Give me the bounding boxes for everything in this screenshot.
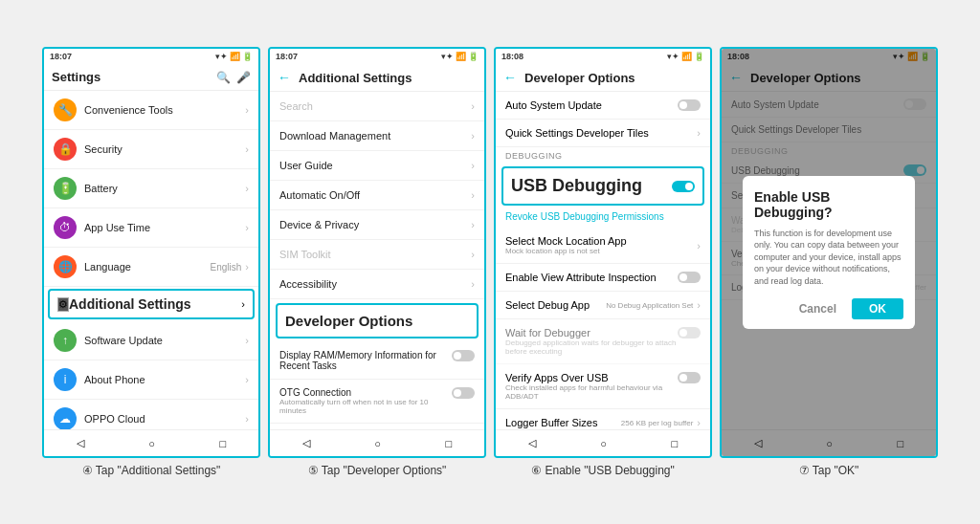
chevron-icon: › bbox=[245, 104, 249, 116]
signal-icon: 📶 bbox=[681, 52, 692, 61]
debug-app-value: No Debug Application Set bbox=[606, 301, 693, 310]
back-button-3[interactable]: ← bbox=[503, 70, 517, 85]
item-label: Security bbox=[84, 143, 245, 155]
signal-icon: 📶 bbox=[230, 52, 240, 61]
mock-location-item[interactable]: Select Mock Location App Mock location a… bbox=[496, 228, 710, 264]
verify-apps-toggle[interactable] bbox=[678, 372, 701, 383]
home-nav[interactable]: ○ bbox=[148, 438, 155, 449]
sim-toolkit-item[interactable]: SIM Toolkit › bbox=[270, 240, 484, 270]
auto-update-label: Auto System Update bbox=[505, 99, 678, 111]
cancel-button[interactable]: Cancel bbox=[784, 298, 852, 319]
status-icons-3: ▾✦ 📶 🔋 bbox=[667, 52, 704, 61]
auto-onoff-item[interactable]: Automatic On/Off › bbox=[270, 181, 484, 210]
screen2: 18:07 ▾✦ 📶 🔋 ← Additional Settings Searc… bbox=[268, 47, 486, 458]
ok-button[interactable]: OK bbox=[852, 298, 903, 319]
quick-tiles-label: Quick Settings Developer Tiles bbox=[505, 127, 697, 139]
chevron-icon: › bbox=[471, 189, 475, 201]
ram-info-label: Display RAM/Memory Information for Recen… bbox=[279, 350, 452, 371]
usb-debugging-box[interactable]: USB Debugging bbox=[501, 166, 704, 206]
view-attr-label: Enable View Attribute Inspection bbox=[505, 272, 678, 283]
view-attr-toggle[interactable] bbox=[678, 272, 701, 283]
list-item[interactable]: ↑ Software Update › bbox=[44, 321, 258, 360]
icon-convenience: 🔧 bbox=[54, 98, 77, 121]
view-attr-item[interactable]: Enable View Attribute Inspection bbox=[496, 264, 710, 292]
quick-tiles-item[interactable]: Quick Settings Developer Tiles › bbox=[496, 120, 710, 147]
list-item[interactable]: ⏱ App Use Time › bbox=[44, 208, 258, 248]
battery-icon: 🔋 bbox=[694, 52, 704, 61]
recents-nav[interactable]: □ bbox=[446, 438, 453, 449]
icon-about: i bbox=[54, 368, 77, 391]
usb-debug-toggle[interactable] bbox=[672, 181, 695, 192]
auto-update-item[interactable]: Auto System Update bbox=[496, 92, 710, 120]
bottom-nav-1: ◁ ○ □ bbox=[44, 429, 258, 456]
device-privacy-item[interactable]: Device & Privacy › bbox=[270, 210, 484, 240]
search-label: Search bbox=[279, 100, 471, 112]
recents-nav[interactable]: □ bbox=[220, 438, 227, 449]
ram-toggle[interactable] bbox=[452, 350, 475, 361]
time-2: 18:07 bbox=[276, 52, 298, 61]
search-icon[interactable]: 🔍 bbox=[216, 71, 231, 84]
revoke-usb-link[interactable]: Revoke USB Debugging Permissions bbox=[496, 209, 710, 228]
otg-item[interactable]: OTG Connection Automatically turn off wh… bbox=[270, 380, 484, 424]
battery-icon: 🔋 bbox=[242, 52, 253, 61]
back-nav[interactable]: ◁ bbox=[528, 437, 536, 449]
home-nav[interactable]: ○ bbox=[374, 438, 381, 449]
recents-nav[interactable]: □ bbox=[672, 438, 679, 449]
otg-sub: Automatically turn off when not in use f… bbox=[279, 398, 452, 415]
additional-settings-item[interactable]: ⚙ Additional Settings › bbox=[48, 289, 255, 319]
debug-app-item[interactable]: Select Debug App No Debug Application Se… bbox=[496, 292, 710, 319]
dialog-title: Enable USB Debugging? bbox=[754, 189, 903, 220]
signal-icon: 📶 bbox=[456, 52, 466, 61]
caption-2: ⑤ Tap "Developer Options" bbox=[308, 464, 447, 477]
back-button-2[interactable]: ← bbox=[278, 70, 291, 85]
accessibility-item[interactable]: Accessibility › bbox=[270, 270, 484, 299]
header-2: ← Additional Settings bbox=[270, 64, 484, 92]
additional-settings-header: Additional Settings bbox=[299, 71, 412, 85]
item-value: English bbox=[211, 262, 242, 273]
otg-toggle[interactable] bbox=[452, 387, 475, 399]
settings-title: Settings bbox=[52, 70, 100, 84]
chevron-icon: › bbox=[245, 261, 249, 273]
wifi-icon: ▾✦ bbox=[667, 52, 679, 61]
item-label: Language bbox=[84, 261, 211, 273]
icon-update: ↑ bbox=[54, 329, 77, 352]
chevron-icon: › bbox=[697, 417, 701, 428]
chevron-icon: › bbox=[245, 374, 249, 385]
wait-debugger-toggle[interactable] bbox=[678, 327, 701, 338]
icon-additional: ⚙ bbox=[57, 297, 69, 312]
wifi-icon: ▾✦ bbox=[441, 52, 454, 61]
wait-debugger-item[interactable]: Wait for Debugger Debugged application w… bbox=[496, 319, 710, 364]
ram-info-item[interactable]: Display RAM/Memory Information for Recen… bbox=[270, 342, 484, 380]
auto-update-toggle[interactable] bbox=[678, 99, 701, 111]
dialog-body: This function is for development use onl… bbox=[754, 228, 903, 288]
additional-settings-label: Additional Settings bbox=[69, 296, 241, 312]
battery-icon: 🔋 bbox=[468, 52, 479, 61]
developer-options-item[interactable]: Developer Options bbox=[276, 303, 479, 338]
back-nav[interactable]: ◁ bbox=[77, 437, 84, 449]
user-guide-item[interactable]: User Guide › bbox=[270, 151, 484, 181]
back-nav[interactable]: ◁ bbox=[302, 437, 310, 449]
device-privacy-label: Device & Privacy bbox=[279, 219, 471, 230]
bottom-nav-3: ◁ ○ □ bbox=[496, 429, 710, 456]
auto-onoff-label: Automatic On/Off bbox=[279, 189, 471, 201]
dev-options-header: Developer Options bbox=[524, 71, 635, 85]
chevron-icon: › bbox=[471, 130, 475, 142]
mic-icon[interactable]: 🎤 bbox=[236, 71, 251, 84]
accessibility-label: Accessibility bbox=[279, 278, 471, 290]
download-mgmt-item[interactable]: Download Management › bbox=[270, 121, 484, 151]
logger-value: 256 KB per log buffer bbox=[621, 419, 693, 427]
list-item[interactable]: 🔒 Security › bbox=[44, 130, 258, 169]
list-item[interactable]: 🌐 Language English › bbox=[44, 248, 258, 287]
status-bar-3: 18:08 ▾✦ 📶 🔋 bbox=[496, 49, 710, 64]
list-item[interactable]: 🔧 Convenience Tools › bbox=[44, 91, 258, 130]
wifi-icon: ▾✦ bbox=[215, 52, 228, 61]
verify-apps-item[interactable]: Verify Apps Over USB Check installed app… bbox=[496, 364, 710, 409]
otg-label: OTG Connection bbox=[279, 387, 452, 398]
usb-debugging-title: USB Debugging bbox=[511, 176, 642, 196]
list-item[interactable]: 🔋 Battery › bbox=[44, 169, 258, 208]
screen1-container: 18:07 ▾✦ 📶 🔋 Settings 🔍 🎤 🔧 Convenience … bbox=[42, 47, 260, 477]
search-item[interactable]: Search › bbox=[270, 92, 484, 121]
list-item[interactable]: i About Phone › bbox=[44, 360, 258, 400]
chevron-icon: › bbox=[697, 127, 701, 139]
home-nav[interactable]: ○ bbox=[600, 438, 607, 449]
